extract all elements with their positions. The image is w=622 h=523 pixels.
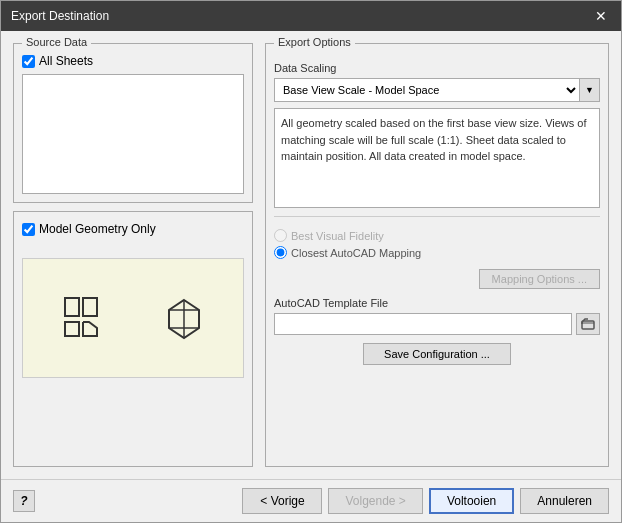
all-sheets-checkbox[interactable]	[22, 55, 35, 68]
closest-autocad-label: Closest AutoCAD Mapping	[291, 247, 421, 259]
dropdown-arrow[interactable]: ▼	[579, 79, 599, 101]
closest-autocad-row: Closest AutoCAD Mapping	[274, 246, 600, 259]
finish-button[interactable]: Voltooien	[429, 488, 514, 514]
template-file-row	[274, 313, 600, 335]
radio-group: Best Visual Fidelity Closest AutoCAD Map…	[274, 229, 600, 259]
model-preview	[22, 258, 244, 378]
scaling-dropdown-wrapper[interactable]: Base View Scale - Model Space Full Scale…	[274, 78, 600, 102]
sheet-list-box	[22, 74, 244, 194]
model-geometry-text: Model Geometry Only	[39, 222, 156, 236]
export-options-label: Export Options	[274, 36, 355, 48]
best-fidelity-radio[interactable]	[274, 229, 287, 242]
model-geometry-group: Model Geometry Only	[13, 211, 253, 467]
closest-autocad-radio[interactable]	[274, 246, 287, 259]
left-panel: Source Data All Sheets Model Geometry On…	[13, 43, 253, 467]
template-file-input[interactable]	[274, 313, 572, 335]
save-config-row: Save Configuration ...	[274, 343, 600, 365]
export-options-group: Export Options Data Scaling Base View Sc…	[265, 43, 609, 467]
browse-icon	[581, 317, 595, 331]
cad-3d-icon	[165, 296, 203, 340]
back-button[interactable]: < Vorige	[242, 488, 322, 514]
cad-plan-icon	[63, 296, 101, 340]
best-fidelity-row: Best Visual Fidelity	[274, 229, 600, 242]
cancel-button[interactable]: Annuleren	[520, 488, 609, 514]
svg-rect-1	[83, 298, 97, 316]
help-button[interactable]: ?	[13, 490, 35, 512]
divider	[274, 216, 600, 225]
mapping-options-row: Mapping Options ...	[274, 265, 600, 289]
svg-rect-7	[582, 321, 594, 329]
svg-rect-0	[65, 298, 79, 316]
dialog-title: Export Destination	[11, 9, 109, 23]
all-sheets-row: All Sheets	[22, 54, 244, 68]
browse-button[interactable]	[576, 313, 600, 335]
svg-rect-2	[65, 322, 79, 336]
description-box: All geometry scaled based on the first b…	[274, 108, 600, 208]
footer-right: < Vorige Volgende > Voltooien Annuleren	[242, 488, 609, 514]
footer-left: ?	[13, 490, 35, 512]
mapping-options-button[interactable]: Mapping Options ...	[479, 269, 600, 289]
autocad-template-label: AutoCAD Template File	[274, 297, 600, 309]
dialog-body: Source Data All Sheets Model Geometry On…	[1, 31, 621, 479]
all-sheets-text: All Sheets	[39, 54, 93, 68]
scaling-dropdown[interactable]: Base View Scale - Model Space Full Scale…	[275, 79, 579, 101]
title-bar: Export Destination ✕	[1, 1, 621, 31]
right-panel: Export Options Data Scaling Base View Sc…	[265, 43, 609, 467]
dialog-footer: ? < Vorige Volgende > Voltooien Annulere…	[1, 479, 621, 522]
model-geometry-checkbox[interactable]	[22, 223, 35, 236]
best-fidelity-label: Best Visual Fidelity	[291, 230, 384, 242]
export-destination-dialog: Export Destination ✕ Source Data All She…	[0, 0, 622, 523]
save-config-button[interactable]: Save Configuration ...	[363, 343, 511, 365]
source-data-label: Source Data	[22, 36, 91, 48]
model-geometry-row: Model Geometry Only	[22, 222, 244, 236]
data-scaling-label: Data Scaling	[274, 62, 600, 74]
next-button[interactable]: Volgende >	[328, 488, 422, 514]
source-data-group: Source Data All Sheets	[13, 43, 253, 203]
close-button[interactable]: ✕	[591, 9, 611, 23]
